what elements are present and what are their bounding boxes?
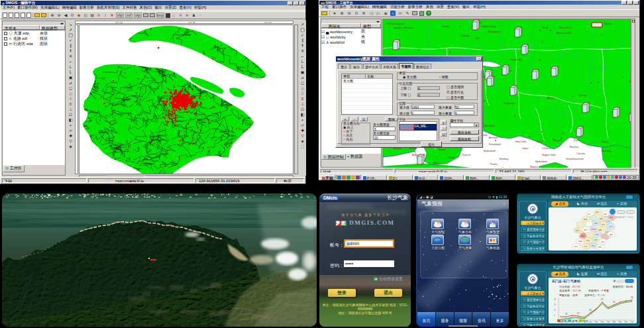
svg-text:Karachi: Karachi (462, 154, 470, 156)
svg-text:20时: 20时 (624, 321, 628, 323)
svg-text:Kanpur: Kanpur (554, 139, 562, 142)
svg-text:永州: 永州 (584, 245, 588, 248)
svg-text:Delhi: Delhi (537, 140, 542, 143)
svg-text:Kunming: Kunming (602, 150, 611, 152)
svg-text:Samara: Samara (461, 34, 470, 37)
svg-text:常德: 常德 (578, 240, 582, 243)
svg-text:怀化: 怀化 (591, 245, 596, 247)
svg-text:12: 12 (554, 309, 556, 311)
svg-text:Faisalabad: Faisalabad (489, 143, 501, 146)
svg-text:Poona: Poona (490, 163, 497, 166)
svg-text:益阳: 益阳 (600, 217, 604, 220)
svg-text:Urumqi: Urumqi (579, 94, 587, 97)
svg-text:Benares: Benares (570, 146, 579, 148)
svg-text:Yekaterinburg: Yekaterinburg (481, 25, 496, 28)
svg-text:Novosibirsk: Novosibirsk (559, 27, 572, 29)
svg-text:27: 27 (601, 298, 604, 301)
svg-text:Sanaa: Sanaa (439, 148, 445, 151)
svg-text:娄底: 娄底 (606, 220, 610, 223)
svg-text:常德: 常德 (584, 218, 588, 221)
svg-text:New Delhi: New Delhi (515, 140, 527, 143)
svg-text:16时: 16时 (600, 321, 604, 323)
svg-text:Novokuznetsk: Novokuznetsk (557, 32, 572, 34)
svg-text:株洲: 株洲 (580, 235, 585, 237)
svg-text:22: 22 (565, 313, 568, 315)
svg-text:26: 26 (631, 296, 633, 299)
svg-text:21时: 21时 (630, 321, 634, 323)
svg-text:22: 22 (577, 312, 580, 315)
svg-text:25: 25 (613, 301, 616, 303)
svg-text:益阳: 益阳 (586, 239, 590, 242)
svg-text:19时: 19时 (618, 321, 622, 323)
svg-text:Qazaba ● Moskva: Qazaba ● Moskva (394, 27, 413, 29)
svg-text:Almaty: Almaty (547, 97, 555, 99)
svg-text:湘潭: 湘潭 (604, 213, 608, 215)
svg-text:岳阳: 岳阳 (610, 233, 614, 236)
svg-text:Patna: Patna (574, 139, 580, 142)
svg-text:Lhasa: Lhasa (602, 140, 608, 143)
svg-text:郴州: 郴州 (574, 245, 578, 248)
svg-text:Omsk: Omsk (542, 27, 549, 29)
svg-text:Amritsar: Amritsar (489, 137, 498, 139)
svg-text:Chelyabinsk: Chelyabinsk (488, 30, 501, 33)
svg-text:28: 28 (554, 298, 556, 301)
svg-text:4: 4 (554, 314, 555, 317)
svg-text:20: 20 (554, 303, 556, 306)
svg-text:Karaganda: Karaganda (510, 58, 522, 61)
svg-text:Islamabad: Islamabad (484, 125, 495, 127)
svg-text:Nagpur India: Nagpur India (542, 154, 556, 156)
svg-text:长沙: 长沙 (588, 213, 592, 215)
svg-text:Jaipur: Jaipur (522, 147, 529, 150)
svg-text:Russia: Russia (604, 23, 612, 25)
svg-text:17时: 17时 (606, 321, 610, 323)
svg-text:衡阳: 衡阳 (594, 222, 598, 225)
svg-text:张家界: 张家界 (591, 228, 596, 231)
svg-text:Calcutta: Calcutta (576, 152, 585, 155)
svg-text:邵阳: 邵阳 (598, 246, 602, 248)
svg-text:Hyderabad: Hyderabad (535, 160, 547, 163)
svg-text:邵阳: 邵阳 (584, 229, 588, 231)
svg-text:怀化: 怀化 (575, 229, 580, 232)
svg-text:Lucknow: Lucknow (542, 147, 552, 150)
svg-text:郴州: 郴州 (602, 223, 606, 226)
svg-text:衡阳: 衡阳 (601, 241, 605, 243)
svg-text:Kazan': Kazan' (443, 25, 450, 28)
svg-text:株洲: 株洲 (595, 211, 600, 213)
svg-text:Ufa: Ufa (476, 37, 480, 40)
svg-text:永州: 永州 (609, 225, 613, 228)
svg-text:23: 23 (589, 309, 592, 311)
svg-text:18时: 18时 (612, 321, 616, 323)
svg-text:Kyrgyzstan: Kyrgyzstan (504, 102, 515, 105)
svg-text:15时: 15时 (594, 321, 598, 323)
svg-text:娄底: 娄底 (594, 239, 598, 241)
svg-text:Bombay: Bombay (500, 158, 508, 160)
svg-text:湘潭: 湘潭 (596, 233, 600, 236)
svg-text:湘西: 湘西 (598, 229, 602, 231)
svg-text:Nizhnij Novgorod: Nizhnij Novgorod (386, 23, 404, 25)
svg-text:14时: 14时 (588, 321, 592, 323)
svg-text:Aden: Aden (433, 162, 439, 164)
svg-text:Hyderabad: Hyderabad (484, 150, 496, 152)
svg-text:Vishakhapatnam: Vishakhapatnam (566, 158, 584, 160)
svg-text:Yemen: Yemen (448, 156, 455, 159)
svg-text:岳阳: 岳阳 (610, 216, 614, 219)
